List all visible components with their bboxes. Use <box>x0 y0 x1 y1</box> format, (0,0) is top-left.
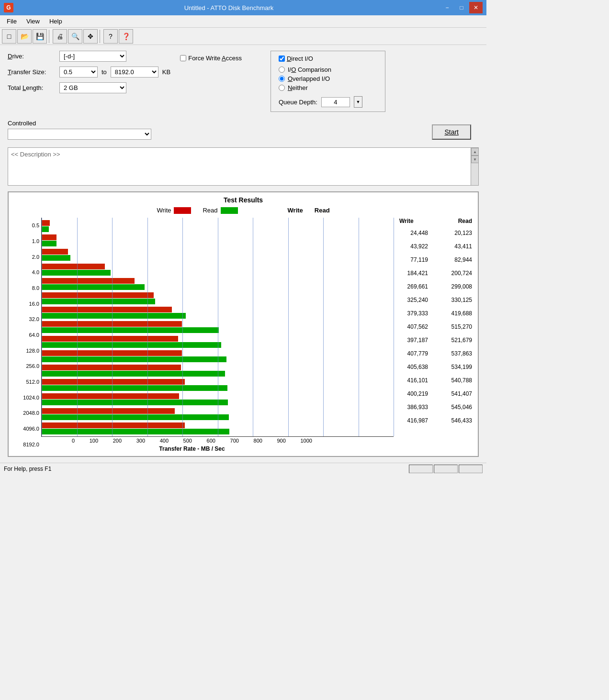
scrollbar-up-button[interactable]: ▲ <box>471 148 479 156</box>
table-row: 400,219541,407 <box>397 387 474 400</box>
table-row: 269,661299,008 <box>397 280 474 293</box>
y-label: 2.0 <box>12 250 39 264</box>
write-value: 407,562 <box>399 323 428 330</box>
x-label: 200 <box>113 438 122 444</box>
main-content: Drive: [-d-] Transfer Size: 0.5 to 8192.… <box>0 45 486 463</box>
x-label: 100 <box>90 438 98 444</box>
write-value: 269,661 <box>399 283 428 290</box>
drive-select[interactable]: [-d-] <box>59 51 126 62</box>
read-legend-label: Read <box>203 207 217 214</box>
close-button[interactable]: ✕ <box>469 2 483 13</box>
x-axis-labels: 01002003004005006007008009001000 <box>72 437 312 444</box>
read-bar <box>42 299 155 304</box>
neither-label: Neither <box>288 84 308 91</box>
read-bar <box>42 414 229 420</box>
minimize-button[interactable]: − <box>440 2 454 13</box>
write-value: 43,922 <box>399 243 428 250</box>
write-value: 24,448 <box>399 230 428 236</box>
io-comparison-label: I/O Comparison <box>288 66 331 73</box>
print-preview-button[interactable]: 🔍 <box>68 29 82 44</box>
direct-io-checkbox[interactable] <box>279 56 285 62</box>
description-box: << Description >> ▲ ▼ <box>8 147 479 186</box>
y-label: 4096.0 <box>12 422 39 436</box>
neither-row: Neither <box>279 84 377 91</box>
read-bar <box>42 356 226 362</box>
grid-line <box>288 218 289 436</box>
grid-line <box>359 218 359 436</box>
print-button[interactable]: 🖨 <box>53 29 67 44</box>
write-value: 400,219 <box>399 390 428 397</box>
queue-depth-row: Queue Depth: ▼ <box>279 96 377 108</box>
read-value: 546,433 <box>443 417 472 424</box>
menu-file[interactable]: File <box>2 17 22 26</box>
read-legend: Read <box>203 207 237 214</box>
status-panel-2 <box>434 465 458 473</box>
toolbar-separator2 <box>100 30 102 43</box>
grid-line <box>218 218 218 436</box>
chart-and-table: 0.51.02.04.08.016.032.064.0128.0256.0512… <box>12 218 474 452</box>
save-button[interactable]: 💾 <box>33 29 47 44</box>
queue-depth-input[interactable] <box>321 97 350 107</box>
status-panel-1 <box>409 465 433 473</box>
read-bar <box>42 371 225 377</box>
read-value: 330,125 <box>443 297 472 303</box>
write-bar <box>42 408 175 414</box>
y-label: 2048.0 <box>12 406 39 420</box>
io-comparison-radio[interactable] <box>279 67 285 73</box>
transfer-from-select[interactable]: 0.5 <box>59 67 98 78</box>
write-bar <box>42 307 172 312</box>
write-value: 325,240 <box>399 297 428 303</box>
grid-line <box>182 218 183 436</box>
write-bar <box>42 249 68 255</box>
read-bar <box>42 255 70 261</box>
open-button[interactable]: 📂 <box>17 29 32 44</box>
total-length-select[interactable]: 2 GB <box>59 82 126 93</box>
controlled-select[interactable] <box>8 129 151 140</box>
new-button[interactable]: □ <box>2 29 16 44</box>
data-table: Write Read 24,44820,12343,92243,41177,11… <box>397 218 474 452</box>
x-label: 700 <box>230 438 239 444</box>
menu-view[interactable]: View <box>22 17 45 26</box>
description-scrollbar[interactable]: ▲ ▼ <box>471 148 478 185</box>
overlapped-io-radio[interactable] <box>279 76 285 82</box>
y-axis-labels: 0.51.02.04.08.016.032.064.0128.0256.0512… <box>12 218 41 452</box>
table-row: 77,11982,944 <box>397 253 474 267</box>
maximize-button[interactable]: □ <box>455 2 468 13</box>
read-bar <box>42 313 186 319</box>
help-text: For Help, press F1 <box>4 466 51 472</box>
menu-help[interactable]: Help <box>45 17 67 26</box>
scrollbar-down-button[interactable]: ▼ <box>471 156 479 163</box>
menu-bar: File View Help <box>0 15 486 28</box>
write-value: 416,101 <box>399 377 428 384</box>
start-button[interactable]: Start <box>432 124 471 140</box>
read-bar <box>42 270 111 276</box>
read-value: 541,407 <box>443 390 472 397</box>
write-bar <box>42 292 154 298</box>
neither-radio[interactable] <box>279 85 285 91</box>
write-bar <box>42 393 179 399</box>
transfer-size-row: Transfer Size: 0.5 to 8192.0 KB <box>8 67 170 78</box>
help-button[interactable]: ? <box>103 29 118 44</box>
start-label-s: S <box>444 128 449 136</box>
chart-area <box>41 218 394 437</box>
y-label: 128.0 <box>12 344 39 358</box>
table-row: 43,92243,411 <box>397 240 474 253</box>
force-write-checkbox[interactable] <box>180 55 186 61</box>
grid-line <box>394 218 394 436</box>
read-bar <box>42 226 49 232</box>
write-value: 407,779 <box>399 350 428 357</box>
write-value: 77,119 <box>399 256 428 263</box>
context-help-button[interactable]: ❓ <box>119 29 133 44</box>
grid-line <box>112 218 113 436</box>
status-bar: For Help, press F1 <box>0 463 486 475</box>
controlled-label: Controlled <box>8 120 479 127</box>
table-row: 184,421200,724 <box>397 267 474 280</box>
y-label: 1.0 <box>12 234 39 248</box>
io-mode-group: I/O Comparison Overlapped I/O Neither <box>279 66 377 91</box>
move-button[interactable]: ✥ <box>83 29 98 44</box>
queue-depth-dropdown[interactable]: ▼ <box>354 96 362 108</box>
description-text: << Description >> <box>11 151 60 182</box>
transfer-to-select[interactable]: 8192.0 <box>111 67 158 78</box>
grid-line <box>323 218 324 436</box>
write-bar <box>42 278 135 284</box>
